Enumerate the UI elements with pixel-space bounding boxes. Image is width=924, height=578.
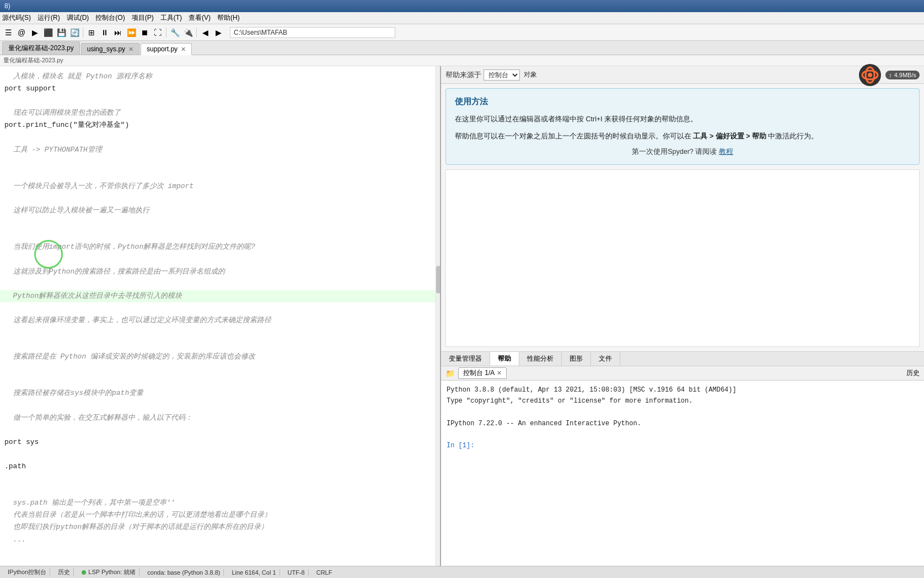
editor-line-15 xyxy=(0,253,440,265)
main-layout: 入模块，模块名 就是 Python 源程序名称 port support 现在可… xyxy=(0,66,924,566)
status-dot xyxy=(82,570,86,575)
toolbar-refresh-icon[interactable]: 🔄 xyxy=(68,26,80,39)
file-tab-2[interactable]: support.py ✕ xyxy=(141,43,192,55)
editor-line-27 xyxy=(0,400,440,412)
toolbar-pause-icon[interactable]: ⏸ xyxy=(99,26,111,39)
editor-line-7 xyxy=(0,156,440,168)
file-tab-1-label: using_sys.py xyxy=(87,45,125,53)
toolbar-step-icon[interactable]: ⏭ xyxy=(112,26,124,39)
console-folder-icon-area: 📁 xyxy=(445,369,455,378)
menu-source-code[interactable]: 源代码(S) xyxy=(2,13,31,23)
console-prompt-line: In [1]: xyxy=(447,441,918,451)
tab-help[interactable]: 帮助 xyxy=(490,352,519,366)
menu-tools[interactable]: 工具(T) xyxy=(160,13,182,23)
file-tab-1[interactable]: using_sys.py ✕ xyxy=(81,43,139,55)
console-header: 📁 控制台 1/A ✕ 历史 xyxy=(441,366,924,381)
console-right-buttons: 历史 xyxy=(906,368,920,378)
editor-line-6: 工具 -> PYTHONPATH管理 xyxy=(0,144,440,156)
svg-point-3 xyxy=(868,73,872,77)
editor-line-24 xyxy=(0,363,440,375)
tab-performance[interactable]: 性能分析 xyxy=(519,352,562,366)
console-line-1: Type "copyright", "credits" or "license"… xyxy=(447,396,918,406)
editor-line-17 xyxy=(0,278,440,290)
help-info-footer: 第一次使用Spyder? 请阅读 教程 xyxy=(455,147,910,157)
editor-panel: 入模块，模块名 就是 Python 源程序名称 port support 现在可… xyxy=(0,66,441,566)
toolbar-at-icon[interactable]: @ xyxy=(15,26,28,39)
status-ipython: IPython控制台 xyxy=(4,568,50,576)
file-tab-0[interactable]: 量化编程基础-2023.py xyxy=(2,41,80,55)
toolbar-list-icon[interactable]: ☰ xyxy=(2,26,14,39)
toolbar-plugin-icon[interactable]: 🔌 xyxy=(182,26,194,39)
toolbar-back-icon[interactable]: ◀ xyxy=(199,26,211,39)
console-tab-close[interactable]: ✕ xyxy=(497,370,502,377)
toolbar: ☰ @ ▶ ⬛ 💾 🔄 ⊞ ⏸ ⏭ ⏩ ⏹ ⛶ 🔧 🔌 ◀ ▶ xyxy=(0,24,924,41)
console-folder-icon: 📁 xyxy=(445,369,455,378)
editor-line-8 xyxy=(0,168,440,180)
toolbar-run-icon[interactable]: ▶ xyxy=(29,26,41,39)
editor-line-34 xyxy=(0,485,440,497)
toolbar-stop-icon[interactable]: ⬛ xyxy=(42,26,54,39)
tab-variable-manager[interactable]: 变量管理器 xyxy=(441,352,490,366)
menu-project[interactable]: 项目(P) xyxy=(132,13,154,23)
toolbar-sep-1 xyxy=(83,28,83,38)
toolbar-forward-icon[interactable]: ▶ xyxy=(212,26,224,39)
toolbar-step-over-icon[interactable]: ⏩ xyxy=(125,26,137,39)
menu-debug[interactable]: 调试(D) xyxy=(67,13,89,23)
menu-bar: 源代码(S) 运行(R) 调试(D) 控制台(O) 项目(P) 工具(T) 查看… xyxy=(0,12,924,24)
toolbar-save-icon[interactable]: 💾 xyxy=(55,26,67,39)
editor-line-5 xyxy=(0,131,440,143)
status-history-label: 历史 xyxy=(58,568,70,576)
help-info-para2: 帮助信息可以在一个对象之后加上一个左圆括号的时候自动显示。你可以在 工具 > 偏… xyxy=(455,131,910,142)
menu-view[interactable]: 查看(V) xyxy=(189,13,211,23)
breadcrumb: 量化编程基础-2023.py xyxy=(0,55,924,66)
editor-scrollbar-thumb[interactable] xyxy=(436,266,440,293)
toolbar-halt-icon[interactable]: ⏹ xyxy=(138,26,151,39)
console-tab-item[interactable]: 控制台 1/A ✕ xyxy=(458,367,507,379)
editor-line-0: 入模块，模块名 就是 Python 源程序名称 xyxy=(0,71,440,83)
editor-line-30: port sys xyxy=(0,436,440,448)
network-speed-value: 4.9MB/s xyxy=(894,72,916,78)
editor-line-28: 做一个简单的实验，在交互式解释器中，输入以下代码： xyxy=(0,412,440,424)
menu-run[interactable]: 运行(R) xyxy=(37,13,60,23)
editor-content[interactable]: 入模块，模块名 就是 Python 源程序名称 port support 现在可… xyxy=(0,66,440,566)
logo-area: ↕ 4.9MB/s xyxy=(858,63,920,87)
menu-help[interactable]: 帮助(H) xyxy=(217,13,240,23)
editor-line-38: ... xyxy=(0,534,440,546)
tab-file[interactable]: 文件 xyxy=(591,352,620,366)
editor-line-20: 这看起来很像环境变量，事实上，也可以通过定义环境变量的方式来确定搜索路径 xyxy=(0,314,440,327)
console-line-empty-1 xyxy=(447,408,918,418)
network-icon: ↕ xyxy=(889,72,892,78)
help-info-title: 使用方法 xyxy=(455,97,910,107)
editor-line-10 xyxy=(0,192,440,205)
title-bar: 8) xyxy=(0,0,924,12)
network-speed-badge: ↕ 4.9MB/s xyxy=(885,71,920,79)
file-tab-1-close[interactable]: ✕ xyxy=(128,46,133,53)
toolbar-split-icon[interactable]: ⊞ xyxy=(85,26,98,39)
console-content[interactable]: Python 3.8.8 (default, Apr 13 2021, 15:0… xyxy=(441,381,924,566)
path-input[interactable] xyxy=(230,27,395,38)
help-info-box: 使用方法 在这里你可以通过在编辑器或者终端中按 Ctrl+I 来获得任何对象的帮… xyxy=(445,88,920,165)
tab-chart[interactable]: 图形 xyxy=(562,352,591,366)
toolbar-fullscreen-icon[interactable]: ⛶ xyxy=(152,26,164,39)
editor-line-4: port.print_func("量化对冲基金") xyxy=(0,119,440,131)
status-bar: IPython控制台 历史 LSP Python: 就绪 conda: base… xyxy=(0,566,924,578)
editor-line-19 xyxy=(0,302,440,314)
editor-scrollbar[interactable] xyxy=(436,66,440,566)
help-source-select[interactable]: 控制台 xyxy=(484,69,520,81)
spyder-logo xyxy=(858,63,882,87)
help-info-para1: 在这里你可以通过在编辑器或者终端中按 Ctrl+I 来获得任何对象的帮助信息。 xyxy=(455,114,910,125)
toolbar-tools-icon[interactable]: 🔧 xyxy=(169,26,181,39)
file-tab-2-close[interactable]: ✕ xyxy=(181,46,186,53)
console-history-tab[interactable]: 历史 xyxy=(906,368,920,378)
editor-line-12 xyxy=(0,217,440,229)
menu-console[interactable]: 控制台(O) xyxy=(95,13,125,23)
editor-line-32: .path xyxy=(0,461,440,473)
status-conda-label: conda: base (Python 3.8.8) xyxy=(147,569,220,576)
help-tutorial-link[interactable]: 教程 xyxy=(719,148,733,156)
status-line-col-label: Line 6164, Col 1 xyxy=(232,569,276,576)
console-line-0: Python 3.8.8 (default, Apr 13 2021, 15:0… xyxy=(447,385,918,395)
editor-line-3: 现在可以调用模块里包含的函数了 xyxy=(0,107,440,119)
status-ipython-label: IPython控制台 xyxy=(8,568,46,576)
editor-line-23: 搜索路径是在 Python 编译或安装的时候确定的，安装新的库应该也会修改 xyxy=(0,351,440,363)
editor-line-25 xyxy=(0,375,440,387)
